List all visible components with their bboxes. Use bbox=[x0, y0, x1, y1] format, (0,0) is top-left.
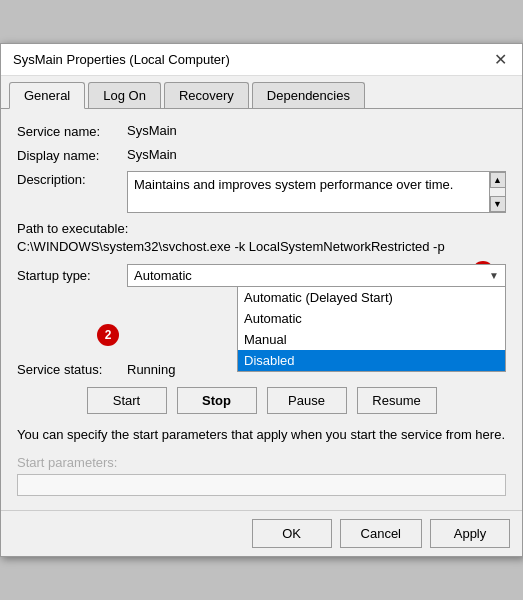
display-name-row: Display name: SysMain bbox=[17, 147, 506, 163]
dialog-window: SysMain Properties (Local Computer) ✕ Ge… bbox=[0, 43, 523, 556]
service-control-buttons: Start Stop Pause Resume bbox=[17, 387, 506, 414]
description-label: Description: bbox=[17, 171, 127, 187]
startup-type-label: Startup type: bbox=[17, 268, 127, 283]
start-params-input[interactable] bbox=[17, 474, 506, 496]
window-title: SysMain Properties (Local Computer) bbox=[13, 52, 230, 67]
path-value: C:\WINDOWS\system32\svchost.exe -k Local… bbox=[17, 239, 506, 254]
tab-recovery[interactable]: Recovery bbox=[164, 82, 249, 108]
info-text: You can specify the start parameters tha… bbox=[17, 426, 506, 444]
close-button[interactable]: ✕ bbox=[490, 50, 510, 70]
ok-button[interactable]: OK bbox=[252, 519, 332, 548]
start-params-label: Start parameters: bbox=[17, 455, 506, 470]
scroll-up-arrow[interactable]: ▲ bbox=[490, 172, 506, 188]
dropdown-item-disabled[interactable]: Disabled bbox=[238, 350, 505, 371]
tab-general[interactable]: General bbox=[9, 82, 85, 109]
description-box: Maintains and improves system performanc… bbox=[127, 171, 506, 213]
resume-button[interactable]: Resume bbox=[357, 387, 437, 414]
dropdown-item-automatic[interactable]: Automatic bbox=[238, 308, 505, 329]
tab-dependencies[interactable]: Dependencies bbox=[252, 82, 365, 108]
description-scrollbar[interactable]: ▲ ▼ bbox=[489, 172, 505, 212]
service-status-label: Service status: bbox=[17, 361, 127, 377]
dropdown-item-manual[interactable]: Manual bbox=[238, 329, 505, 350]
title-bar: SysMain Properties (Local Computer) ✕ bbox=[1, 44, 522, 76]
scroll-down-arrow[interactable]: ▼ bbox=[490, 196, 506, 212]
service-name-value: SysMain bbox=[127, 123, 506, 138]
display-name-label: Display name: bbox=[17, 147, 127, 163]
service-name-row: Service name: SysMain bbox=[17, 123, 506, 139]
stop-button[interactable]: Stop bbox=[177, 387, 257, 414]
tab-content: Service name: SysMain Display name: SysM… bbox=[1, 109, 522, 509]
startup-select-container: Automatic ▼ Automatic (Delayed Start) Au… bbox=[127, 264, 506, 287]
startup-select-value: Automatic bbox=[134, 268, 489, 283]
display-name-value: SysMain bbox=[127, 147, 506, 162]
path-section: Path to executable: C:\WINDOWS\system32\… bbox=[17, 221, 506, 254]
tab-bar: General Log On Recovery Dependencies bbox=[1, 76, 522, 109]
bottom-bar: OK Cancel Apply bbox=[1, 510, 522, 556]
tab-logon[interactable]: Log On bbox=[88, 82, 161, 108]
path-label: Path to executable: bbox=[17, 221, 506, 236]
cancel-button[interactable]: Cancel bbox=[340, 519, 422, 548]
startup-type-row: Startup type: Automatic ▼ Automatic (Del… bbox=[17, 264, 506, 287]
start-button[interactable]: Start bbox=[87, 387, 167, 414]
startup-select-display[interactable]: Automatic ▼ bbox=[127, 264, 506, 287]
chevron-down-icon: ▼ bbox=[489, 270, 499, 281]
service-status-value: Running bbox=[127, 362, 175, 377]
service-name-label: Service name: bbox=[17, 123, 127, 139]
dropdown-item-delayed[interactable]: Automatic (Delayed Start) bbox=[238, 287, 505, 308]
pause-button[interactable]: Pause bbox=[267, 387, 347, 414]
description-row: Description: Maintains and improves syst… bbox=[17, 171, 506, 213]
description-value: Maintains and improves system performanc… bbox=[134, 177, 453, 192]
annotation-2: 2 bbox=[97, 324, 119, 346]
apply-button[interactable]: Apply bbox=[430, 519, 510, 548]
startup-dropdown-list: Automatic (Delayed Start) Automatic Manu… bbox=[237, 287, 506, 372]
